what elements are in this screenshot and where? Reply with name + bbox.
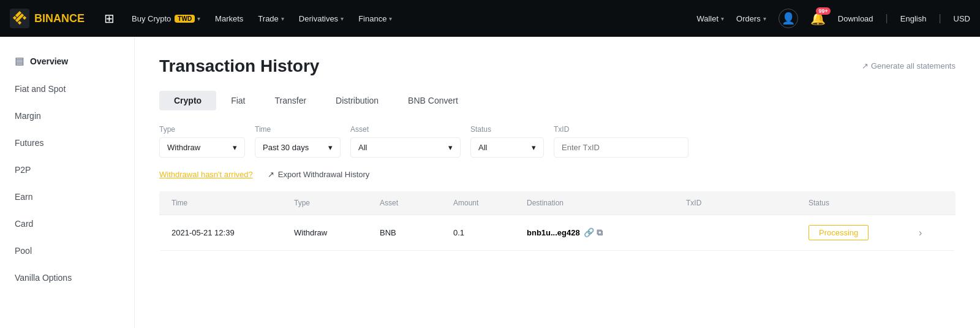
sidebar-label-vanilla-options: Vanilla Options: [15, 273, 72, 283]
tab-bnb-convert[interactable]: BNB Convert: [393, 91, 473, 110]
nav-markets[interactable]: Markets: [215, 14, 243, 23]
type-chevron-down-icon: ▾: [233, 143, 237, 152]
logo[interactable]: BINANCE: [10, 9, 85, 28]
sidebar-item-p2p[interactable]: P2P: [0, 156, 134, 183]
sidebar-label-overview: Overview: [30, 56, 68, 66]
cell-status: Processing: [809, 225, 919, 240]
transaction-table: Time Type Asset Amount Destination TxID …: [159, 191, 956, 251]
nav-divider: |: [886, 13, 888, 24]
col-status: Status: [809, 199, 919, 207]
sidebar-item-vanilla-options[interactable]: Vanilla Options: [0, 264, 134, 291]
page-header: Transaction History ↗ Generate all state…: [159, 56, 956, 76]
filter-txid-group: TxID: [554, 125, 688, 158]
sidebar-label-card: Card: [15, 219, 33, 229]
export-icon: ↗: [268, 170, 274, 179]
link-icon[interactable]: 🔗: [584, 227, 594, 238]
cell-amount: 0.1: [453, 228, 527, 237]
sidebar-label-p2p: P2P: [15, 165, 31, 175]
filter-time-label: Time: [255, 125, 341, 134]
col-action: [919, 199, 943, 207]
filter-type-select[interactable]: Withdraw ▾: [159, 137, 245, 158]
overview-icon: ▤: [15, 55, 24, 67]
sidebar-item-card[interactable]: Card: [0, 210, 134, 237]
table-row: 2021-05-21 12:39 Withdraw BNB 0.1 bnb1u.…: [159, 215, 956, 251]
top-navigation: BINANCE ⊞ Buy Crypto TWD ▾ Markets Trade…: [0, 0, 980, 37]
tab-fiat[interactable]: Fiat: [216, 91, 260, 110]
sidebar-item-earn[interactable]: Earn: [0, 183, 134, 210]
col-asset: Asset: [380, 199, 453, 207]
col-destination: Destination: [527, 199, 686, 207]
grid-menu-icon[interactable]: ⊞: [104, 11, 115, 26]
destination-actions: 🔗 ⧉: [584, 227, 603, 238]
nav-wallet[interactable]: Wallet ▾: [696, 14, 724, 23]
tab-distribution[interactable]: Distribution: [321, 91, 393, 110]
filter-txid-label: TxID: [554, 125, 688, 134]
cell-asset: BNB: [380, 228, 453, 237]
derivatives-chevron: ▾: [341, 15, 344, 22]
filter-asset-select[interactable]: All ▾: [350, 137, 461, 158]
nav-derivatives[interactable]: Derivatives ▾: [299, 14, 344, 23]
table-header: Time Type Asset Amount Destination TxID …: [159, 191, 956, 215]
status-badge-processing: Processing: [809, 225, 869, 240]
filter-time-group: Time Past 30 days ▾: [255, 125, 341, 158]
withdrawal-link[interactable]: Withdrawal hasn't arrived?: [159, 170, 253, 179]
destination-address: bnb1u...eg428: [527, 228, 580, 237]
nav-buy-crypto[interactable]: Buy Crypto TWD ▾: [132, 14, 200, 23]
filter-status-select[interactable]: All ▾: [470, 137, 544, 158]
sidebar-item-overview[interactable]: ▤ Overview: [0, 47, 134, 75]
filter-type-group: Type Withdraw ▾: [159, 125, 245, 158]
main-content: Transaction History ↗ Generate all state…: [135, 37, 980, 328]
cell-type: Withdraw: [294, 228, 380, 237]
txid-input[interactable]: [554, 137, 688, 158]
external-link-icon: ↗: [862, 61, 869, 71]
filter-time-value: Past 30 days: [263, 143, 309, 152]
buy-crypto-chevron: ▾: [197, 15, 200, 22]
filter-status-value: All: [478, 143, 487, 152]
sidebar-item-pool[interactable]: Pool: [0, 237, 134, 264]
status-chevron-down-icon: ▾: [532, 143, 536, 152]
cell-destination: bnb1u...eg428 🔗 ⧉: [527, 227, 686, 238]
trade-chevron: ▾: [281, 15, 284, 22]
asset-chevron-down-icon: ▾: [448, 143, 453, 152]
binance-logo-icon: [10, 9, 29, 28]
sidebar-label-fiat-spot: Fiat and Spot: [15, 84, 66, 94]
twd-badge: TWD: [175, 15, 195, 23]
filter-type-value: Withdraw: [167, 143, 200, 152]
nav-trade[interactable]: Trade ▾: [258, 14, 284, 23]
nav-divider2: |: [938, 13, 941, 24]
time-chevron-down-icon: ▾: [328, 143, 333, 152]
filter-type-label: Type: [159, 125, 245, 134]
col-time: Time: [172, 199, 294, 207]
nav-orders[interactable]: Orders ▾: [736, 14, 766, 23]
nav-english[interactable]: English: [900, 14, 927, 23]
finance-chevron: ▾: [389, 15, 392, 22]
wallet-chevron: ▾: [721, 15, 724, 22]
nav-download[interactable]: Download: [838, 14, 873, 23]
col-type: Type: [294, 199, 380, 207]
nav-usd[interactable]: USD: [954, 14, 970, 23]
row-expand-icon[interactable]: ›: [919, 227, 943, 238]
export-withdrawal-link[interactable]: ↗ Export Withdrawal History: [268, 170, 370, 179]
filter-asset-value: All: [358, 143, 367, 152]
nav-finance[interactable]: Finance ▾: [358, 14, 392, 23]
copy-icon[interactable]: ⧉: [597, 227, 603, 238]
actions-row: Withdrawal hasn't arrived? ↗ Export With…: [159, 170, 956, 179]
filter-asset-label: Asset: [350, 125, 461, 134]
sidebar-label-earn: Earn: [15, 192, 33, 202]
sidebar-item-margin[interactable]: Margin: [0, 102, 134, 129]
filter-asset-group: Asset All ▾: [350, 125, 461, 158]
filter-row: Type Withdraw ▾ Time Past 30 days ▾ Asse…: [159, 125, 956, 158]
logo-text: BINANCE: [34, 12, 85, 25]
tab-crypto[interactable]: Crypto: [159, 91, 216, 110]
sidebar-label-margin: Margin: [15, 111, 41, 121]
col-amount: Amount: [453, 199, 527, 207]
notification-bell[interactable]: 🔔 99+: [810, 11, 826, 26]
tab-transfer[interactable]: Transfer: [260, 91, 321, 110]
filter-time-select[interactable]: Past 30 days ▾: [255, 137, 341, 158]
generate-statements-link[interactable]: ↗ Generate all statements: [862, 61, 956, 71]
sidebar-item-futures[interactable]: Futures: [0, 129, 134, 156]
cell-time: 2021-05-21 12:39: [172, 228, 294, 237]
sidebar-item-fiat-spot[interactable]: Fiat and Spot: [0, 75, 134, 102]
page-title: Transaction History: [159, 56, 319, 76]
user-avatar[interactable]: 👤: [778, 9, 798, 28]
